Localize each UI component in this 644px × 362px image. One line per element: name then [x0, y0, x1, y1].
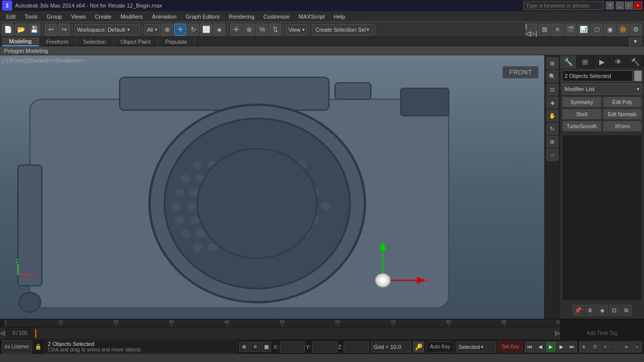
schematic-view-btn[interactable]: ⬡	[591, 24, 603, 36]
del-key-btn[interactable]: -	[611, 341, 621, 352]
edit-poly-btn[interactable]: Edit Poly	[603, 97, 642, 108]
material-editor-btn[interactable]: ◉	[604, 24, 616, 36]
viewport-area[interactable]: X FRONT X Z [+] [Front]	[0, 55, 559, 319]
objects-selected-field[interactable]: 2 Objects Selected	[562, 70, 633, 81]
help-btn[interactable]: ?	[606, 2, 614, 10]
symmetry-btn[interactable]: Symmetry	[562, 97, 602, 108]
viewport-labels[interactable]: [+] [Front] [Shaded] <<Disabled>>	[2, 57, 84, 63]
key-mode-btn[interactable]: K	[579, 341, 589, 352]
set-key-btn[interactable]: Set Key	[498, 341, 523, 352]
menu-help[interactable]: Help	[330, 13, 350, 21]
close-btn[interactable]: ✕	[634, 2, 642, 10]
shell-btn[interactable]: Shell	[562, 109, 602, 120]
tab-modeling[interactable]: Modeling	[2, 37, 39, 46]
render-setup-btn[interactable]: ⚙	[630, 24, 642, 36]
modifier-stack[interactable]	[562, 135, 642, 301]
scene-states-btn[interactable]: 🎬	[565, 24, 577, 36]
menu-edit[interactable]: Edit	[2, 13, 20, 21]
turbosmooth-btn[interactable]: TurboSmooth	[562, 121, 602, 132]
menu-group[interactable]: Group	[43, 13, 66, 21]
tab-selection[interactable]: Selection	[76, 38, 113, 46]
filter-key-btn[interactable]: ≡	[621, 341, 631, 352]
tab-object-paint[interactable]: Object Paint	[114, 38, 158, 46]
xform-btn[interactable]: XForm	[603, 121, 642, 132]
time-config-btn[interactable]: ⏱	[590, 341, 600, 352]
edit-normals-btn[interactable]: Edit Normals	[603, 109, 642, 120]
z-field[interactable]	[344, 341, 369, 352]
redo-btn[interactable]: ↪	[58, 24, 70, 36]
filter-icon[interactable]: ≡	[250, 342, 260, 352]
open-btn[interactable]: 📂	[15, 24, 27, 36]
filter-dropdown[interactable]: All ▾	[144, 24, 160, 35]
zoom-all-btn[interactable]: ⊡	[546, 83, 558, 96]
configure-modifiers-btn[interactable]: ⧉	[621, 305, 632, 316]
menu-customize[interactable]: Customize	[260, 13, 294, 21]
timeline-ticks[interactable]: 0102030405060708090100	[5, 319, 559, 327]
mirror-btn[interactable]: |◁▷|	[525, 24, 537, 36]
remove-modifier-btn[interactable]: ⊡	[609, 305, 620, 316]
panel-tab-hierarchy[interactable]: ⊞	[577, 55, 593, 68]
align-btn[interactable]: ⊠	[538, 24, 550, 36]
menu-rendering[interactable]: Rendering	[225, 13, 259, 21]
field-of-view-btn[interactable]: ◈	[546, 97, 558, 109]
next-range-btn[interactable]: ▷	[554, 327, 559, 339]
menu-animation[interactable]: Animation	[148, 13, 181, 21]
timeline-scrubber[interactable]	[35, 327, 554, 339]
menu-tools[interactable]: Tools	[21, 13, 42, 21]
snap-icon[interactable]: ⊕	[239, 342, 249, 352]
render-icon[interactable]: ▦	[261, 342, 271, 352]
snaps-btn[interactable]: ✛	[230, 24, 242, 36]
lock-btn[interactable]: 🔑	[413, 341, 424, 352]
menu-graph-editors[interactable]: Graph Editors	[182, 13, 224, 21]
save-btn[interactable]: 💾	[28, 24, 40, 36]
prev-range-btn[interactable]: ◁	[0, 327, 5, 339]
show-end-result-btn[interactable]: ⏸	[585, 305, 596, 316]
render-btn[interactable]: 🔆	[617, 24, 629, 36]
arc-rotate-sel-btn[interactable]: ⊕	[546, 136, 558, 148]
modifier-list-dropdown[interactable]: Modifier List ▾	[562, 83, 642, 95]
make-unique-btn[interactable]: ◈	[597, 305, 608, 316]
orbit-btn[interactable]: ○	[546, 149, 558, 161]
track-view-btn[interactable]: 📊	[578, 24, 590, 36]
tab-populate[interactable]: Populate	[158, 38, 194, 46]
y-field[interactable]	[312, 341, 337, 352]
new-key-btn[interactable]: +	[600, 341, 610, 352]
layer-btn[interactable]: ≡	[551, 24, 564, 36]
zoom-btn[interactable]: 🔍	[546, 70, 558, 82]
play-btn[interactable]: ▶	[546, 341, 556, 352]
curve-editor-btn[interactable]: ~	[632, 341, 642, 352]
search-input[interactable]	[523, 1, 604, 10]
spinner-snap-btn[interactable]: ⇅	[269, 24, 281, 36]
panel-tab-motion[interactable]: ▶	[594, 55, 610, 68]
move-btn[interactable]: ✛	[174, 24, 186, 36]
panel-tab-utilities[interactable]: 🔨	[627, 55, 644, 68]
view-dropdown[interactable]: View ▾	[286, 24, 307, 35]
pan-btn[interactable]: ✋	[546, 110, 558, 122]
undo-btn[interactable]: ↩	[45, 24, 57, 36]
new-scene-btn[interactable]: 📄	[2, 24, 14, 36]
viewport-3d[interactable]: X FRONT X Z [+] [Front]	[0, 55, 544, 319]
selected-dropdown[interactable]: Selected ▾	[456, 341, 496, 352]
x-field[interactable]	[280, 341, 305, 352]
maximize-btn[interactable]: □	[625, 2, 633, 10]
goto-start-btn[interactable]: ⏮	[525, 341, 535, 352]
tab-freeform[interactable]: Freeform	[39, 38, 76, 46]
goto-end-btn[interactable]: ⏭	[567, 341, 577, 352]
arc-rotate-btn[interactable]: ↻	[546, 123, 558, 135]
panel-tab-modify[interactable]: 🔧	[560, 55, 577, 68]
select-btn[interactable]: ⊕	[161, 24, 173, 36]
ribbon-toggle-btn[interactable]: ▾	[629, 38, 642, 46]
place-btn[interactable]: ◈	[213, 24, 225, 36]
menu-create[interactable]: Create	[91, 13, 115, 21]
workspace-dropdown[interactable]: Workspace: Default ▾	[74, 24, 140, 35]
next-frame-btn[interactable]: ▶	[556, 341, 567, 352]
menu-modifiers[interactable]: Modifiers	[116, 13, 147, 21]
percent-snap-btn[interactable]: %	[256, 24, 268, 36]
menu-views[interactable]: Views	[67, 13, 90, 21]
listener-btn[interactable]: ini Listener	[2, 340, 32, 353]
menu-maxscript[interactable]: MAXScript	[295, 13, 329, 21]
create-selection-btn[interactable]: Create Selection Sel ▾	[312, 24, 373, 35]
maximize-viewport-btn[interactable]: ⊞	[546, 57, 558, 69]
panel-tab-display[interactable]: 👁	[610, 55, 627, 68]
angle-snap-btn[interactable]: ⊕	[243, 24, 255, 36]
